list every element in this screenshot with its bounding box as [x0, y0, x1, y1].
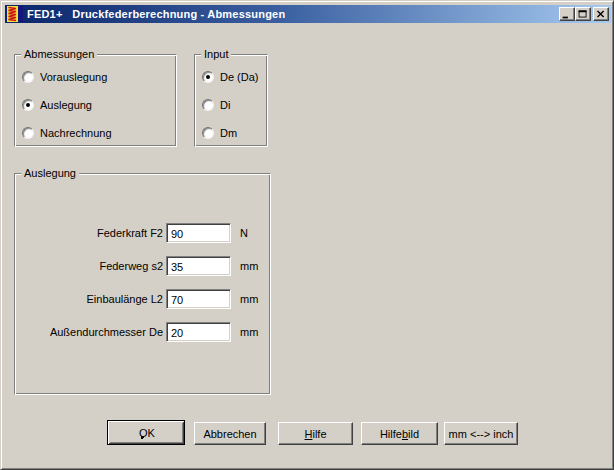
cancel-button[interactable]: Abbrechen — [194, 422, 266, 445]
help-button-label: Hilfe — [304, 428, 326, 440]
field-row-einbaulaenge: Einbaulänge L2 mm — [15, 289, 258, 309]
maximize-button[interactable] — [575, 7, 591, 21]
aussendurchmesser-input[interactable] — [166, 322, 231, 342]
dialog-window: FED1+ Druckfederberechnung - Abmessungen… — [0, 0, 614, 470]
mm-inch-button-label: mm <--> inch — [449, 428, 514, 440]
group-input: Input De (Da) Di Dm — [194, 54, 268, 147]
radio-de-da-label: De (Da) — [220, 71, 259, 83]
group-auslegung: Auslegung Federkraft F2 N Federweg s2 mm… — [14, 173, 271, 395]
app-spring-icon — [7, 6, 23, 22]
radio-vorauslegung[interactable]: Vorauslegung — [22, 70, 107, 84]
aussendurchmesser-unit: mm — [240, 326, 258, 338]
federkraft-unit: N — [240, 227, 248, 239]
federkraft-label: Federkraft F2 — [15, 227, 163, 239]
title-bar[interactable]: FED1+ Druckfederberechnung - Abmessungen — [5, 5, 611, 23]
group-abmessungen-label: Abmessungen — [21, 48, 97, 61]
aussendurchmesser-label: Außendurchmesser De — [15, 326, 163, 338]
radio-vorauslegung-label: Vorauslegung — [40, 71, 107, 83]
group-auslegung-label: Auslegung — [21, 167, 79, 180]
federkraft-input[interactable] — [166, 223, 231, 243]
radio-circle[interactable] — [202, 99, 214, 111]
radio-de-da[interactable]: De (Da) — [202, 70, 259, 84]
window-title: FED1+ Druckfederberechnung - Abmessungen — [27, 8, 285, 20]
group-input-label: Input — [201, 48, 231, 61]
field-row-aussendurchmesser: Außendurchmesser De mm — [15, 322, 258, 342]
federweg-input[interactable] — [166, 256, 231, 276]
help-button[interactable]: Hilfe — [278, 422, 353, 445]
help-image-button[interactable]: Hilfebild — [361, 422, 438, 445]
radio-dm-label: Dm — [220, 127, 237, 139]
window-controls — [559, 7, 609, 21]
federweg-unit: mm — [240, 260, 258, 272]
radio-circle-selected[interactable] — [22, 99, 34, 111]
ok-button-label: OK — [139, 427, 155, 439]
radio-di[interactable]: Di — [202, 98, 230, 112]
radio-circle-selected[interactable] — [202, 71, 214, 83]
group-abmessungen: Abmessungen Vorauslegung Auslegung Nachr… — [14, 54, 177, 147]
radio-di-label: Di — [220, 99, 230, 111]
radio-circle[interactable] — [22, 71, 34, 83]
federweg-label: Federweg s2 — [15, 260, 163, 272]
close-icon — [594, 7, 608, 21]
einbaulaenge-label: Einbaulänge L2 — [15, 293, 163, 305]
einbaulaenge-unit: mm — [240, 293, 258, 305]
radio-nachrechnung-label: Nachrechnung — [40, 127, 112, 139]
field-row-federkraft: Federkraft F2 N — [15, 223, 248, 243]
radio-auslegung[interactable]: Auslegung — [22, 98, 92, 112]
minimize-icon — [560, 7, 574, 21]
radio-auslegung-label: Auslegung — [40, 99, 92, 111]
cancel-button-label: Abbrechen — [203, 428, 256, 440]
radio-circle[interactable] — [202, 127, 214, 139]
radio-dm[interactable]: Dm — [202, 126, 237, 140]
ok-button[interactable]: OK — [107, 420, 185, 445]
einbaulaenge-input[interactable] — [166, 289, 231, 309]
close-button[interactable] — [593, 7, 609, 21]
minimize-button[interactable] — [559, 7, 575, 21]
field-row-federweg: Federweg s2 mm — [15, 256, 258, 276]
help-image-button-label: Hilfebild — [380, 428, 419, 440]
mm-inch-toggle-button[interactable]: mm <--> inch — [444, 422, 518, 445]
maximize-icon — [576, 7, 590, 21]
radio-circle[interactable] — [22, 127, 34, 139]
radio-nachrechnung[interactable]: Nachrechnung — [22, 126, 112, 140]
